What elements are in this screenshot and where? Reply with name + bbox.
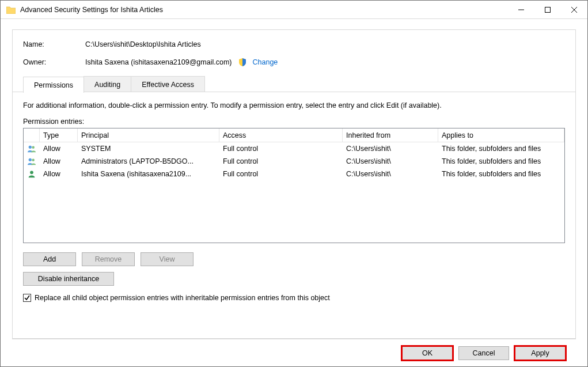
user-icon	[24, 170, 40, 178]
replace-child-label: Replace all child object permission entr…	[35, 294, 330, 302]
disable-inheritance-button[interactable]: Disable inheritance	[23, 272, 114, 286]
col-applies[interactable]: Applies to	[438, 128, 564, 142]
col-access[interactable]: Access	[219, 128, 343, 142]
add-button[interactable]: Add	[23, 252, 76, 266]
table-row[interactable]: Allow Administrators (LAPTOP-B5DGO... Fu…	[24, 155, 564, 168]
group-icon	[24, 145, 40, 153]
minimize-button[interactable]	[508, 1, 534, 18]
tab-auditing[interactable]: Auditing	[84, 76, 131, 92]
svg-point-5	[32, 146, 34, 149]
tab-effective-access[interactable]: Effective Access	[131, 76, 205, 92]
footer: OK Cancel Apply	[12, 339, 576, 366]
svg-point-7	[32, 159, 34, 161]
name-value: C:\Users\ishit\Desktop\Ishita Articles	[85, 40, 201, 48]
maximize-button[interactable]	[534, 1, 561, 18]
table-row[interactable]: Allow Ishita Saxena (ishitasaxena2109...…	[24, 168, 564, 180]
grid-header: Type Principal Access Inherited from App…	[24, 128, 564, 142]
col-type[interactable]: Type	[40, 128, 78, 142]
tabs: Permissions Auditing Effective Access	[23, 76, 565, 92]
change-owner-link[interactable]: Change	[253, 58, 278, 66]
svg-point-8	[30, 171, 33, 174]
apply-button[interactable]: Apply	[515, 346, 566, 360]
titlebar: Advanced Security Settings for Ishita Ar…	[1, 1, 587, 19]
svg-rect-1	[545, 7, 551, 12]
replace-child-checkbox[interactable]	[23, 294, 31, 302]
name-label: Name:	[23, 40, 85, 48]
col-inherited[interactable]: Inherited from	[343, 128, 438, 142]
svg-point-6	[29, 158, 32, 161]
close-button[interactable]	[561, 1, 587, 18]
remove-button[interactable]: Remove	[82, 252, 135, 266]
owner-value: Ishita Saxena (ishitasaxena2109@gmail.co…	[85, 58, 232, 66]
permission-entries-grid[interactable]: Type Principal Access Inherited from App…	[23, 128, 565, 243]
col-principal[interactable]: Principal	[78, 128, 219, 142]
table-row[interactable]: Allow SYSTEM Full control C:\Users\ishit…	[24, 142, 564, 155]
window-title: Advanced Security Settings for Ishita Ar…	[20, 6, 508, 14]
header-panel: Name: C:\Users\ishit\Desktop\Ishita Arti…	[12, 29, 576, 92]
cancel-button[interactable]: Cancel	[458, 346, 509, 360]
entries-label: Permission entries:	[23, 118, 565, 126]
svg-point-4	[29, 146, 32, 149]
owner-label: Owner:	[23, 58, 85, 66]
group-icon	[24, 157, 40, 165]
advanced-security-window: Advanced Security Settings for Ishita Ar…	[0, 0, 588, 367]
shield-icon	[238, 58, 247, 67]
ok-button[interactable]: OK	[402, 346, 453, 360]
instructions-text: For additional information, double-click…	[23, 101, 565, 109]
body-panel: For additional information, double-click…	[12, 92, 576, 339]
view-button[interactable]: View	[141, 252, 194, 266]
tab-permissions[interactable]: Permissions	[23, 77, 84, 93]
folder-icon	[6, 6, 16, 14]
